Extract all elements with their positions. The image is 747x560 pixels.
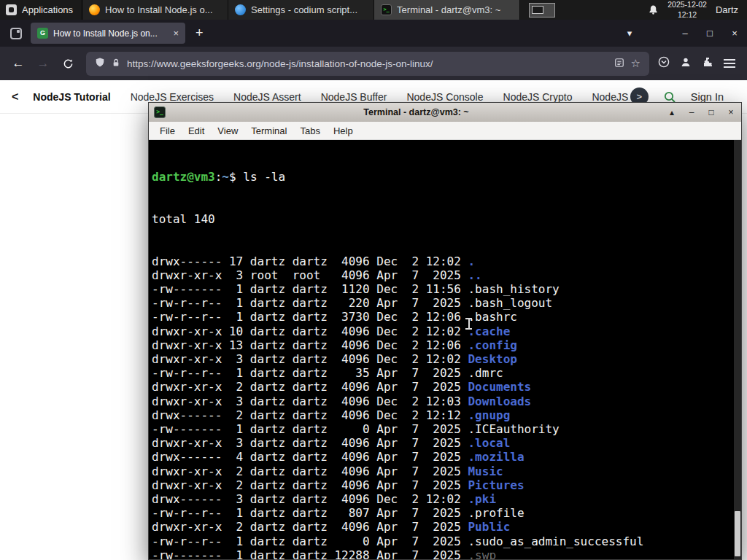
terminal-icon: >_	[381, 4, 392, 15]
list-tabs-icon[interactable]: ▾	[617, 28, 642, 39]
sign-in-button[interactable]: Sign In	[691, 91, 724, 103]
ls-filename: .sudo_as_admin_successful	[468, 534, 643, 548]
forward-button[interactable]: →	[31, 51, 55, 76]
ls-filename: .ICEauthority	[468, 422, 559, 436]
ls-meta: drwxr-xr-x 2 dartz dartz 4096 Apr 7 2025	[152, 520, 468, 534]
tab-title: How to Install Node.js on...	[53, 28, 168, 39]
applications-menu[interactable]: Applications	[0, 0, 82, 20]
taskbar-window-title: Terminal - dartz@vm3: ~	[397, 4, 513, 15]
tab-close-icon[interactable]: ×	[173, 28, 179, 39]
terminal-scrollbar[interactable]	[734, 140, 741, 559]
ls-output-line: -rw------- 1 dartz dartz 1120 Dec 2 11:5…	[152, 282, 732, 296]
site-nav-link[interactable]: NodeJS Exercises	[131, 91, 214, 103]
ls-meta: drwx------ 2 dartz dartz 4096 Dec 2 12:1…	[152, 408, 468, 422]
url-bar[interactable]: https://www.geeksforgeeks.org/node-js/in…	[86, 52, 649, 76]
ls-output: drwx------ 17 dartz dartz 4096 Dec 2 12:…	[152, 254, 732, 559]
ls-filename: .pki	[468, 492, 496, 506]
terminal-menu-view[interactable]: View	[211, 123, 244, 139]
terminal-output-area[interactable]: dartz@vm3:~$ls -la total 140 drwx------ …	[149, 140, 741, 559]
ls-meta: drwx------ 3 dartz dartz 4096 Dec 2 12:0…	[152, 492, 468, 506]
terminal-minimize-button[interactable]: –	[686, 107, 697, 117]
prompt-line: dartz@vm3:~$ls -la	[152, 170, 732, 184]
site-nav-link[interactable]: NodeJS Buffer	[321, 91, 387, 103]
ls-output-line: -rw-r--r-- 1 dartz dartz 0 Apr 7 2025 .s…	[152, 534, 732, 548]
ls-filename: Desktop	[468, 352, 516, 366]
reload-button[interactable]	[55, 51, 80, 76]
user-menu[interactable]: Dartz	[716, 4, 738, 15]
workspace-switcher[interactable]	[529, 3, 555, 18]
lock-icon[interactable]	[112, 58, 120, 70]
ls-output-line: drwxr-xr-x 10 dartz dartz 4096 Dec 2 12:…	[152, 324, 732, 338]
terminal-menu-tabs[interactable]: Tabs	[293, 123, 326, 139]
ls-output-line: -rw-r--r-- 1 dartz dartz 35 Apr 7 2025 .…	[152, 366, 732, 380]
close-button[interactable]: ×	[722, 28, 747, 39]
ls-output-line: -rw-r--r-- 1 dartz dartz 807 Apr 7 2025 …	[152, 506, 732, 520]
firefox-view-icon[interactable]	[10, 28, 22, 39]
ls-filename: .bash_history	[468, 282, 559, 296]
clock[interactable]: 2025-12-02 12:12	[667, 0, 707, 19]
ls-filename: .swp	[468, 548, 496, 559]
clock-date: 2025-12-02	[667, 0, 707, 9]
ls-output-line: drwx------ 17 dartz dartz 4096 Dec 2 12:…	[152, 254, 732, 268]
clock-time: 12:12	[667, 10, 707, 20]
browser-tab[interactable]: G How to Install Node.js on... ×	[31, 23, 185, 44]
account-icon[interactable]	[680, 56, 692, 71]
shade-button[interactable]: ▴	[667, 107, 677, 117]
ls-output-line: drwxr-xr-x 2 dartz dartz 4096 Apr 7 2025…	[152, 478, 732, 492]
terminal-menu-edit[interactable]: Edit	[182, 123, 211, 139]
site-nav-link[interactable]: NodeJS Console	[406, 91, 483, 103]
window-controls: ▾ – □ ×	[617, 28, 747, 39]
applications-menu-icon	[6, 4, 17, 15]
command-text: ls -la	[243, 170, 285, 184]
ls-filename: Pictures	[468, 478, 524, 492]
back-button[interactable]: ←	[6, 51, 31, 76]
ls-filename: ..	[468, 268, 481, 282]
nav-scroll-left-icon[interactable]: <	[12, 90, 18, 104]
terminal-titlebar[interactable]: >_ Terminal - dartz@vm3: ~ ▴ – □ ×	[149, 103, 741, 122]
ls-filename: .	[468, 254, 475, 268]
ls-filename: Public	[468, 520, 510, 534]
minimize-button[interactable]: –	[673, 28, 697, 39]
ls-filename: .bashrc	[468, 310, 516, 324]
taskbar-window-button[interactable]: Settings - codium script...	[228, 0, 374, 20]
site-nav-link[interactable]: NodeJS Crypto	[503, 91, 573, 103]
ls-total-line: total 140	[152, 212, 732, 226]
maximize-button[interactable]: □	[697, 28, 722, 39]
new-tab-button[interactable]: +	[196, 26, 204, 41]
menu-icon[interactable]	[724, 59, 735, 68]
terminal-scrollbar-thumb[interactable]	[735, 511, 740, 556]
site-nav-link[interactable]: NodeJS Assert	[233, 91, 301, 103]
terminal-menu-terminal[interactable]: Terminal	[244, 123, 293, 139]
taskbar-window-button[interactable]: How to Install Node.js o...	[82, 0, 228, 20]
ls-meta: drwx------ 17 dartz dartz 4096 Dec 2 12:…	[152, 254, 468, 268]
pocket-icon[interactable]	[658, 56, 670, 71]
ls-output-line: drwxr-xr-x 2 dartz dartz 4096 Apr 7 2025…	[152, 520, 732, 534]
terminal-close-button[interactable]: ×	[726, 107, 736, 117]
reader-mode-icon[interactable]	[614, 58, 624, 70]
terminal-maximize-button[interactable]: □	[706, 107, 716, 117]
bookmark-star-icon[interactable]: ☆	[631, 57, 640, 70]
ls-meta: -rw------- 1 dartz dartz 1120 Dec 2 11:5…	[152, 282, 468, 296]
site-nav-link[interactable]: NodeJS Tutorial	[33, 91, 110, 103]
notifications-bell-icon[interactable]	[648, 4, 659, 15]
ls-output-line: drwxr-xr-x 3 dartz dartz 4096 Dec 2 12:0…	[152, 394, 732, 408]
prompt-symbol: $	[229, 170, 236, 184]
terminal-menu-file[interactable]: File	[153, 123, 182, 139]
ls-filename: .bash_logout	[468, 296, 552, 310]
terminal-menu-help[interactable]: Help	[327, 123, 360, 139]
url-text[interactable]: https://www.geeksforgeeks.org/node-js/in…	[127, 58, 608, 69]
prompt-user-host: dartz@vm3	[152, 170, 215, 184]
terminal-window: >_ Terminal - dartz@vm3: ~ ▴ – □ × FileE…	[148, 102, 742, 560]
ls-meta: drwxr-xr-x 3 dartz dartz 4096 Apr 7 2025	[152, 436, 468, 450]
site-search-icon[interactable]	[663, 90, 676, 104]
taskbar-window-title: Settings - codium script...	[251, 4, 367, 15]
ls-meta: -rw------- 1 dartz dartz 0 Apr 7 2025	[152, 422, 468, 436]
ls-filename: .gnupg	[468, 408, 510, 422]
terminal-menubar: FileEditViewTerminalTabsHelp	[149, 122, 741, 140]
ls-meta: -rw-r--r-- 1 dartz dartz 807 Apr 7 2025	[152, 506, 468, 520]
ls-filename: Downloads	[468, 394, 531, 408]
taskbar-window-button[interactable]: >_Terminal - dartz@vm3: ~	[374, 0, 520, 20]
tracking-shield-icon[interactable]	[95, 57, 105, 70]
prompt-path: ~	[222, 170, 229, 184]
extensions-icon[interactable]	[702, 56, 713, 71]
